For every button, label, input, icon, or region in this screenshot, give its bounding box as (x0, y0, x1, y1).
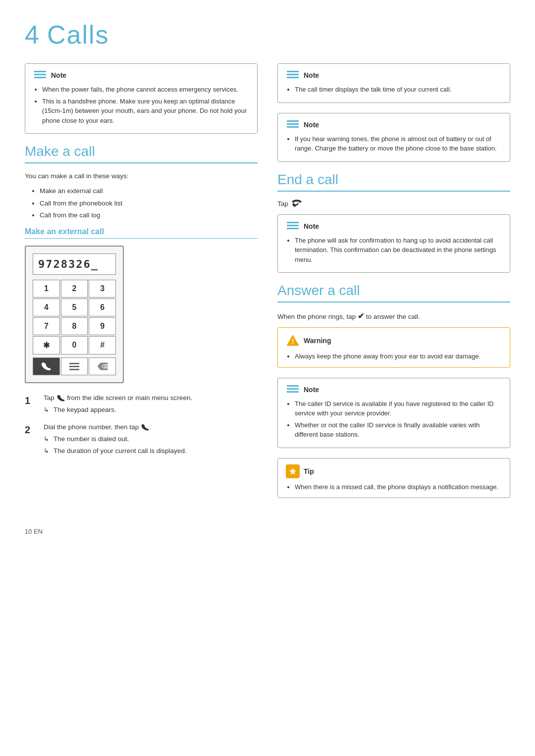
svg-rect-13 (287, 126, 299, 128)
key-9: 9 (89, 317, 116, 335)
svg-rect-5 (69, 369, 79, 370)
page-number: 10 EN (25, 528, 43, 535)
left-note-1-list: When the power fails, the phone cannot a… (33, 85, 249, 125)
end-call-tap-line: Tap (277, 200, 510, 208)
make-a-call-intro: You can make a call in these ways: (25, 171, 258, 181)
page-footer: 10 EN (25, 528, 510, 535)
step-1-content: Tap from the idle screen or main menu sc… (44, 393, 192, 415)
make-external-call-section: Make an external call 9728326_ 1 2 3 4 5… (25, 227, 258, 456)
make-a-call-heading: Make a call (25, 144, 258, 163)
key-6: 6 (89, 299, 116, 316)
note-icon-1 (33, 70, 47, 81)
tip-list: When there is a missed call, the phone d… (286, 482, 502, 492)
chapter-title: Calls (47, 20, 109, 50)
answer-a-call-section: Answer a call When the phone rings, tap … (277, 283, 510, 498)
step-2-text: Dial the phone number, then tap . (44, 423, 152, 431)
step-2-arrow-1: ↳ The number is dialed out. (44, 434, 187, 444)
warning-list: Always keep the phone away from your ear… (286, 352, 502, 361)
list-item: When the power fails, the phone cannot a… (42, 85, 249, 95)
step-1-arrow-1: ↳ The keypad appears. (44, 405, 192, 415)
keypad-display: 9728326_ (33, 253, 116, 275)
right-note-3-header: Note (304, 386, 319, 394)
list-item: The caller ID service is available if yo… (295, 399, 502, 418)
make-a-call-ways: Make an external call Call from the phon… (25, 186, 258, 220)
keypad-bottom-row: ⌫ (33, 357, 116, 375)
svg-rect-11 (287, 120, 299, 122)
right-note-1-list: The call timer displays the talk time of… (286, 85, 502, 95)
list-item: Call from the phonebook list (40, 199, 258, 208)
key-hash: # (89, 336, 116, 354)
svg-rect-12 (287, 123, 299, 125)
list-item: If you hear warning tones, the phone is … (295, 134, 502, 153)
list-item: Always keep the phone away from your ear… (295, 352, 502, 361)
steps-section: 1 Tap from the idle screen or main menu … (25, 393, 258, 456)
right-note-3-list: The caller ID service is available if yo… (286, 399, 502, 440)
keypad-image: 9728326_ 1 2 3 4 5 6 7 8 9 ✱ 0 # (25, 246, 124, 383)
left-note-1-header: Note (51, 71, 66, 79)
warning-header-text: Warning (304, 337, 331, 345)
right-note-2-header: Note (304, 121, 319, 129)
svg-rect-3 (69, 363, 79, 364)
note-icon-end-call (286, 221, 300, 232)
step-2-arrow-text-1: The number is dialed out. (54, 434, 129, 444)
tip-header-text: Tip (304, 467, 314, 475)
left-note-box-1: Note When the power fails, the phone can… (25, 63, 258, 134)
checkmark-icon: ✔ (358, 312, 364, 320)
make-a-call-section: Make a call You can make a call in these… (25, 144, 258, 220)
end-call-note-list: The phone will ask for confirmation to h… (286, 236, 502, 265)
svg-rect-9 (287, 74, 299, 75)
answer-a-call-intro: When the phone rings, tap ✔ to answer th… (277, 310, 510, 322)
list-item: This is a handsfree phone. Make sure you… (42, 97, 249, 126)
right-note-box-2: Note If you hear warning tones, the phon… (277, 113, 510, 162)
tip-box: Tip When there is a missed call, the pho… (277, 458, 510, 499)
list-item: The phone will ask for confirmation to h… (295, 236, 502, 265)
right-note-1-header: Note (304, 71, 319, 79)
svg-rect-15 (287, 225, 299, 226)
step-1-number: 1 (25, 393, 40, 415)
svg-text:⌫: ⌫ (101, 364, 108, 369)
list-item: Call from the call log (40, 210, 258, 220)
svg-rect-1 (34, 74, 46, 75)
svg-rect-0 (34, 71, 46, 72)
keypad-call-button (33, 357, 60, 375)
key-7: 7 (33, 317, 60, 335)
step-2-number: 2 (25, 422, 40, 456)
step-2-arrow-2: ↳ The duration of your current call is d… (44, 446, 187, 456)
svg-rect-8 (287, 71, 299, 72)
key-5: 5 (61, 299, 88, 316)
note-icon-right-1 (286, 70, 300, 81)
key-0: 0 (61, 336, 88, 354)
warning-box: ! Warning Always keep the phone away fro… (277, 327, 510, 368)
step-1: 1 Tap from the idle screen or main menu … (25, 393, 258, 415)
tip-icon (286, 464, 300, 478)
svg-rect-10 (287, 77, 299, 78)
answer-a-call-heading: Answer a call (277, 283, 510, 302)
keypad-delete-button: ⌫ (89, 357, 116, 375)
tap-text: Tap (277, 200, 288, 207)
list-item: The call timer displays the talk time of… (295, 85, 502, 95)
right-note-box-3: Note The caller ID service is available … (277, 378, 510, 448)
key-8: 8 (61, 317, 88, 335)
list-item: When there is a missed call, the phone d… (295, 482, 502, 492)
key-2: 2 (61, 280, 88, 298)
svg-rect-4 (69, 366, 79, 367)
note-icon-right-2 (286, 119, 300, 130)
end-call-note-header: Note (304, 222, 319, 230)
svg-rect-19 (287, 385, 299, 387)
make-external-call-heading: Make an external call (25, 227, 258, 239)
list-item: Make an external call (40, 186, 258, 196)
keypad-grid: 1 2 3 4 5 6 7 8 9 ✱ 0 # (33, 280, 116, 354)
step-2-content: Dial the phone number, then tap . ↳ The … (44, 422, 187, 456)
end-a-call-heading: End a call (277, 172, 510, 192)
end-a-call-section: End a call Tap Note (277, 172, 510, 273)
warning-icon: ! (286, 334, 300, 348)
svg-rect-2 (34, 77, 46, 78)
right-note-2-list: If you hear warning tones, the phone is … (286, 134, 502, 153)
note-icon-right-3 (286, 384, 300, 395)
svg-rect-16 (287, 228, 299, 229)
step-1-text: Tap from the idle screen or main menu sc… (44, 394, 192, 402)
svg-text:!: ! (292, 338, 294, 346)
page-title: 4 Calls (25, 20, 510, 50)
step-2: 2 Dial the phone number, then tap . ↳ Th… (25, 422, 258, 456)
key-4: 4 (33, 299, 60, 316)
